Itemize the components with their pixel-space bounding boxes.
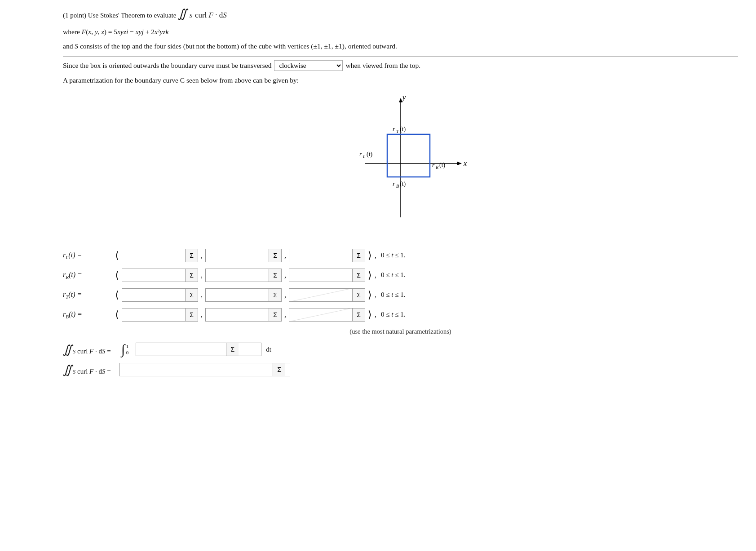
integral-lower: 0 — [126, 350, 129, 355]
rL-input2[interactable]: Σ — [205, 249, 282, 262]
rR-field2[interactable] — [206, 269, 269, 282]
integral2-input[interactable]: Σ — [119, 363, 290, 376]
rB-input1[interactable]: Σ — [122, 308, 198, 322]
oriented-text: Since the box is oriented outwards the b… — [63, 62, 271, 70]
rR-angle-open: ⟨ — [115, 270, 119, 280]
rR-input1[interactable]: Σ — [122, 269, 198, 282]
divider-line — [63, 56, 738, 57]
curl-f-ds-header: curl F · dS — [195, 11, 227, 20]
integral1-sigma[interactable]: Σ — [226, 343, 239, 356]
rR-field3[interactable] — [289, 269, 352, 282]
svg-text:(t): (t) — [439, 162, 446, 169]
rT-label: rT(t) = — [63, 291, 112, 300]
double-integral-symbol: ∬ — [178, 8, 187, 20]
integral-subscript-s: S — [189, 12, 192, 19]
integral1-field[interactable] — [136, 343, 226, 356]
rT-input3[interactable]: Σ — [289, 288, 365, 302]
oriented-line: Since the box is oriented outwards the b… — [63, 60, 738, 71]
rL-label: rL(t) = — [63, 251, 112, 260]
curl-f-ds-2: curl F · dS = — [77, 368, 111, 375]
svg-rect-6 — [387, 134, 430, 177]
integral1-input[interactable]: Σ — [136, 343, 261, 356]
rL-input3[interactable]: Σ — [289, 249, 365, 262]
rR-input2[interactable]: Σ — [205, 269, 282, 282]
integral2-field[interactable] — [120, 363, 273, 376]
diagram-container: y x r T (t) r L (t) r R (t) r B (t) — [63, 92, 738, 235]
rT-sigma3[interactable]: Σ — [352, 289, 365, 301]
main-page: (1 point) Use Stokes' Theorem to evaluat… — [0, 0, 756, 551]
param-row-rB: rB(t) = ⟨ Σ , Σ , Σ ⟩ , 0 ≤ t ≤ 1. — [63, 308, 738, 322]
rT-sigma1[interactable]: Σ — [185, 289, 198, 301]
dt-label: dt — [266, 346, 271, 353]
integral-upper: 1 — [126, 344, 129, 349]
and-s-text: and S consists of the top and the four s… — [63, 40, 738, 52]
curl-f-ds-1: curl F · dS = — [77, 348, 111, 355]
rL-constraint: 0 ≤ t ≤ 1. — [381, 251, 405, 259]
double-integral-2: ∬ — [63, 363, 72, 377]
svg-text:L: L — [363, 154, 366, 159]
rB-sigma2[interactable]: Σ — [269, 309, 281, 321]
rR-sigma3[interactable]: Σ — [352, 269, 365, 282]
param-rows: rL(t) = ⟨ Σ , Σ , Σ ⟩ , 0 ≤ t ≤ 1. — [63, 249, 738, 377]
svg-marker-3 — [457, 162, 462, 165]
use-natural-text: (use the most natural parametrizations) — [63, 328, 738, 335]
rR-sigma2[interactable]: Σ — [269, 269, 281, 282]
rL-field1[interactable] — [122, 249, 185, 262]
problem-header: (1 point) Use Stokes' Theorem to evaluat… — [63, 8, 738, 20]
rT-field3[interactable] — [289, 289, 352, 301]
integral1-sub: S — [73, 348, 75, 355]
param-row-rL: rL(t) = ⟨ Σ , Σ , Σ ⟩ , 0 ≤ t ≤ 1. — [63, 249, 738, 262]
rT-sigma2[interactable]: Σ — [269, 289, 281, 301]
svg-text:r: r — [432, 162, 435, 168]
rR-constraint: 0 ≤ t ≤ 1. — [381, 271, 405, 279]
svg-text:(t): (t) — [400, 126, 406, 133]
svg-text:r: r — [393, 126, 395, 132]
svg-text:(t): (t) — [400, 181, 406, 188]
rT-field2[interactable] — [206, 289, 269, 301]
rR-angle-close: ⟩ — [368, 270, 372, 280]
when-viewed-text: when viewed from the top. — [345, 62, 420, 70]
rL-field2[interactable] — [206, 249, 269, 262]
param-row-rT: rT(t) = ⟨ Σ , Σ , Σ ⟩ , 0 — [63, 288, 738, 302]
rL-input1[interactable]: Σ — [122, 249, 198, 262]
svg-text:r: r — [393, 181, 395, 187]
rB-angle-open: ⟨ — [115, 310, 119, 320]
svg-text:y: y — [402, 93, 406, 101]
rT-input2[interactable]: Σ — [205, 288, 282, 302]
clockwise-dropdown[interactable]: clockwise counterclockwise — [274, 60, 343, 71]
integral2-sigma[interactable]: Σ — [273, 363, 285, 376]
rB-field1[interactable] — [122, 309, 185, 321]
rL-sigma1[interactable]: Σ — [185, 249, 198, 262]
param-intro-text: A parametrization for the boundary curve… — [63, 76, 738, 84]
rB-input3[interactable]: Σ — [289, 308, 365, 322]
svg-text:x: x — [463, 159, 467, 167]
rR-field1[interactable] — [122, 269, 185, 282]
rB-angle-close: ⟩ — [368, 310, 372, 320]
integral2-sub: S — [73, 369, 75, 375]
svg-text:(t): (t) — [367, 151, 373, 158]
rR-input3[interactable]: Σ — [289, 269, 365, 282]
single-integral-sym: ∫ — [121, 342, 125, 357]
diagram-svg: y x r T (t) r L (t) r R (t) r B (t) — [320, 92, 482, 235]
rT-field1[interactable] — [122, 289, 185, 301]
rT-input1[interactable]: Σ — [122, 288, 198, 302]
integral-row-2: ∬ S curl F · dS = Σ — [63, 363, 738, 377]
where-f-text: where F(x, y, z) = 5xyzi − xyj + 2x²yzk — [63, 26, 738, 38]
rL-field3[interactable] — [289, 249, 352, 262]
rB-field3[interactable] — [289, 309, 352, 321]
rB-field2[interactable] — [206, 309, 269, 321]
rB-sigma1[interactable]: Σ — [185, 309, 198, 321]
rL-angle-open: ⟨ — [115, 251, 119, 260]
rL-angle-close: ⟩ — [368, 251, 372, 260]
svg-text:r: r — [359, 151, 362, 158]
rT-angle-open: ⟨ — [115, 290, 119, 300]
rT-angle-close: ⟩ — [368, 290, 372, 300]
rR-sigma1[interactable]: Σ — [185, 269, 198, 282]
rB-input2[interactable]: Σ — [205, 308, 282, 322]
rT-constraint: 0 ≤ t ≤ 1. — [381, 291, 405, 299]
svg-text:B: B — [396, 184, 399, 189]
rB-sigma3[interactable]: Σ — [352, 309, 365, 321]
rL-sigma3[interactable]: Σ — [352, 249, 365, 262]
rL-sigma2[interactable]: Σ — [269, 249, 281, 262]
svg-marker-1 — [399, 98, 402, 102]
